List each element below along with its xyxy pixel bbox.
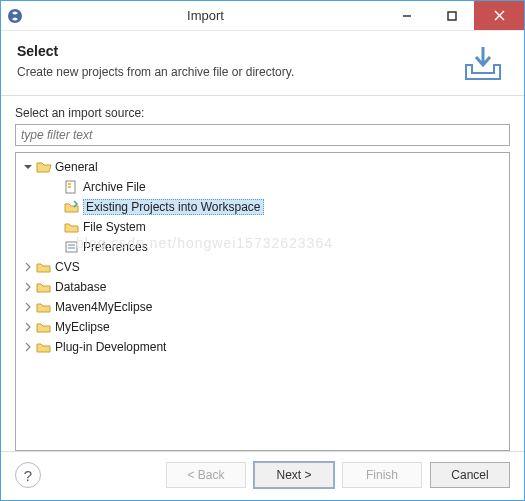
tree-node-archive-file[interactable]: Archive File [58,177,507,197]
finish-button[interactable]: Finish [342,462,422,488]
svg-rect-2 [448,12,456,20]
tree-node-preferences[interactable]: Preferences [58,237,507,257]
next-button[interactable]: Next > [254,462,334,488]
svg-rect-6 [68,183,71,185]
collapse-arrow-icon[interactable] [22,321,34,333]
folder-icon [36,339,52,355]
collapse-arrow-icon[interactable] [22,261,34,273]
archive-file-icon [64,179,80,195]
tree-label: Maven4MyEclipse [55,300,152,314]
title-bar: Import [1,1,524,31]
tree-node-cvs[interactable]: CVS [18,257,507,277]
close-button[interactable] [474,1,524,30]
expand-arrow-icon[interactable] [22,161,34,173]
wizard-header: Select Create new projects from an archi… [1,31,524,96]
tree-node-maven4myeclipse[interactable]: Maven4MyEclipse [18,297,507,317]
tree-node-plugin-dev[interactable]: Plug-in Development [18,337,507,357]
app-icon [7,8,23,24]
tree-label: Database [55,280,106,294]
import-tree[interactable]: blog.csdn.net/hongwei15732623364 General… [15,152,510,451]
tree-label: Preferences [83,240,148,254]
svg-point-0 [8,9,22,23]
tree-label: Plug-in Development [55,340,166,354]
tree-label: Existing Projects into Workspace [83,199,264,215]
collapse-arrow-icon[interactable] [22,301,34,313]
page-description: Create new projects from an archive file… [17,65,458,79]
folder-icon [36,299,52,315]
help-button[interactable]: ? [15,462,41,488]
tree-label: CVS [55,260,80,274]
preferences-icon [64,239,80,255]
tree-node-database[interactable]: Database [18,277,507,297]
tree-label: MyEclipse [55,320,110,334]
filter-input[interactable] [15,124,510,146]
minimize-button[interactable] [384,1,429,30]
maximize-button[interactable] [429,1,474,30]
svg-rect-7 [68,186,71,188]
source-label: Select an import source: [15,106,510,120]
svg-rect-8 [66,242,77,252]
folder-icon [36,259,52,275]
folder-open-icon [36,159,52,175]
tree-label: Archive File [83,180,146,194]
import-icon [458,43,508,83]
tree-label: File System [83,220,146,234]
collapse-arrow-icon[interactable] [22,341,34,353]
window-title: Import [27,8,384,23]
tree-node-existing-projects[interactable]: Existing Projects into Workspace [58,197,507,217]
tree-node-file-system[interactable]: File System [58,217,507,237]
tree-node-myeclipse[interactable]: MyEclipse [18,317,507,337]
back-button[interactable]: < Back [166,462,246,488]
collapse-arrow-icon[interactable] [22,281,34,293]
tree-label: General [55,160,98,174]
project-import-icon [64,199,80,215]
cancel-button[interactable]: Cancel [430,462,510,488]
page-title: Select [17,43,458,59]
tree-node-general[interactable]: General [18,157,507,177]
folder-icon [36,279,52,295]
folder-icon [36,319,52,335]
folder-icon [64,219,80,235]
